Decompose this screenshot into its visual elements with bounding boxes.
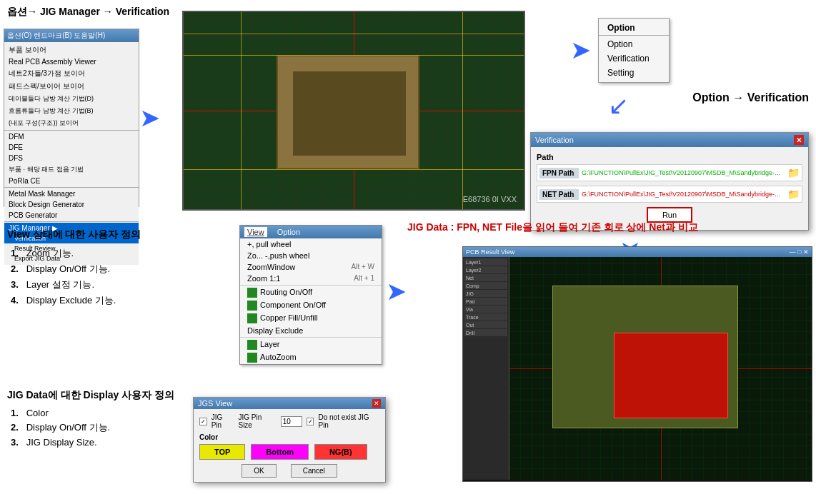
menu-item-inner[interactable]: (내포 구성(구조)) 보이어 <box>4 117 139 129</box>
display-exclude-label: Display Exclude <box>247 326 303 335</box>
layer-label: Layer <box>247 340 280 350</box>
do-not-exist-label: Do not exist JIG Pin <box>318 413 379 429</box>
view-menu-title-option[interactable]: Option <box>274 227 303 237</box>
menu-item-block-design[interactable]: Block Design Generator <box>4 199 139 210</box>
jgs-view-dialog: JGS View ✕ ✓ JIG Pin JIG Pin Size ✓ Do n… <box>193 397 386 483</box>
net-folder-icon[interactable]: 📁 <box>787 188 800 200</box>
trace-h2 <box>184 55 524 56</box>
menu-item-net2[interactable]: 네트2차들/3가점 보이어 <box>4 67 139 80</box>
menu-item-flow[interactable]: 흐름류들다 남방 계산 기법(B) <box>4 105 139 117</box>
pcb-result-image: PCB Result View — □ ✕ Layer1 Layer2 Net … <box>462 246 812 482</box>
sidebar-row-10: Drill <box>464 329 507 336</box>
zoom-in-label: +, pull wheel <box>247 240 291 248</box>
pcb-result-main-area <box>509 257 812 480</box>
page-title: 옵션→ JIG Manager → Verification <box>7 6 169 19</box>
pcb-menu-screenshot: 옵션(O) 렌드마크(B) 도움말(H) 부품 보이어 Real PCB Ass… <box>4 29 139 207</box>
menu-item-dfs[interactable]: DFS <box>4 153 139 163</box>
jgs-dialog-content: ✓ JIG Pin JIG Pin Size ✓ Do not exist JI… <box>194 409 385 482</box>
menu-item-padspec[interactable]: 패드스펙/보이어 보이어 <box>4 80 139 93</box>
pcb-menu-titlebar: 옵션(O) 렌드마크(B) 도움말(H) <box>4 29 139 42</box>
view-menu-item-routing[interactable]: Routing On/Off <box>240 286 382 299</box>
pcb-board-label: E68736 0I VXX <box>463 195 517 203</box>
option-menu-item-verification[interactable]: Verification <box>599 51 669 66</box>
menu-item-poria[interactable]: PoRIa CE <box>4 176 139 186</box>
menu-item-parts[interactable]: 부품 보이어 <box>4 44 139 56</box>
zoom-window-label: ZoomWindow <box>247 263 295 271</box>
view-menu-titlebar: View Option <box>240 226 382 238</box>
zoom-window-shortcut: Alt + W <box>351 263 374 271</box>
pcb-board-image: E68736 0I VXX <box>182 11 525 211</box>
menu-item-metal-mask[interactable]: Metal Mask Manager <box>4 188 139 199</box>
menu-item-table[interactable]: 데이블들다 남방 계산 기법(D) <box>4 93 139 105</box>
jgs-ng-button[interactable]: NG(B) <box>314 444 367 460</box>
pcb-result-sidebar: Layer1 Layer2 Net Comp JIG Pad Via Trace… <box>463 257 509 480</box>
fpn-path-label: FPN Path <box>539 168 579 178</box>
fpn-path-value[interactable]: G:\FUNCTION\PullEx\JIG_Test\V20120907\MS… <box>582 169 785 176</box>
view-list-item-4: 4. Display Exclude 기능. <box>7 294 193 307</box>
verification-dialog-close[interactable]: ✕ <box>794 135 804 145</box>
copper-label: Copper Fill/Unfill <box>247 313 318 323</box>
menu-item-parts-pad[interactable]: 부품 · 해당 패드 접음 기법 <box>4 163 139 176</box>
jgs-checkbox-row-1: ✓ JIG Pin JIG Pin Size ✓ Do not exist JI… <box>199 413 379 429</box>
jgs-ok-button[interactable]: OK <box>242 464 276 478</box>
trace-h3 <box>184 169 524 170</box>
sidebar-row-6: Pad <box>464 298 507 305</box>
arrow-view-to-result: ➤ <box>386 277 407 306</box>
view-menu-item-zoom-1to1[interactable]: Zoom 1:1 Alt + 1 <box>240 273 382 284</box>
pcb-result-controls: — □ ✕ <box>790 248 809 256</box>
jig-pin-size-input[interactable] <box>281 416 302 427</box>
verification-dialog: Verification ✕ Path FPN Path G:\FUNCTION… <box>530 132 809 231</box>
component-label: Component On/Off <box>247 301 326 311</box>
view-menu-item-autozoom[interactable]: AutoZoom <box>240 351 382 364</box>
menu-item-dfm[interactable]: DFM <box>4 131 139 142</box>
view-section-heading: View 상태에 대한 사용자 정의 <box>7 228 193 241</box>
view-menu-item-copper[interactable]: Copper Fill/Unfill <box>240 312 382 325</box>
net-path-value[interactable]: G:\FUNCTION\PullEx\JIG_Test\V20120907\MS… <box>582 191 785 198</box>
menu-item-dfe[interactable]: DFE <box>4 142 139 153</box>
view-menu-item-zoom-window[interactable]: ZoomWindow Alt + W <box>240 261 382 273</box>
sidebar-row-2: Layer2 <box>464 266 507 273</box>
view-menu-item-display-exclude[interactable]: Display Exclude <box>240 325 382 336</box>
trace-v1 <box>241 12 242 209</box>
menu-item-pcb-generator[interactable]: PCB Generator <box>4 210 139 221</box>
jig-data-label: JIG Data : FPN, NET File을 읽어 들여 기존 회로 상에… <box>407 221 698 234</box>
autozoom-label: AutoZoom <box>247 353 297 363</box>
pcb-result-red-zone <box>614 333 728 418</box>
view-menu-item-component[interactable]: Component On/Off <box>240 299 382 312</box>
pcb-result-titlebar: PCB Result View — □ ✕ <box>463 247 812 257</box>
sidebar-row-1: Layer1 <box>464 258 507 266</box>
jgs-cancel-button[interactable]: Cancel <box>291 464 337 478</box>
option-menu-item-setting[interactable]: Setting <box>599 66 669 80</box>
run-button[interactable]: Run <box>647 207 692 223</box>
jgs-color-section-label: Color <box>199 433 379 441</box>
zoom-1to1-shortcut: Alt + 1 <box>354 274 374 283</box>
jig-pin-checkbox[interactable]: ✓ <box>199 418 207 425</box>
view-list-item-3: 3. Layer 설정 기능. <box>7 278 193 291</box>
jgs-bottom-button[interactable]: Bottom <box>251 444 309 460</box>
pcb-result-chip <box>552 286 738 428</box>
trace-h1 <box>184 34 524 34</box>
sidebar-row-7: Via <box>464 306 507 313</box>
verification-dialog-titlebar: Verification ✕ <box>531 133 808 147</box>
view-menu-item-zoom-out[interactable]: Zo... -,push wheel <box>240 250 382 261</box>
jig-list-item-3: 3. JIG Display Size. <box>7 437 193 448</box>
do-not-exist-checkbox[interactable]: ✓ <box>307 418 314 425</box>
fpn-folder-icon[interactable]: 📁 <box>787 167 800 178</box>
menu-item-real-pcb[interactable]: Real PCB Assembly Viewer <box>4 56 139 67</box>
pcb-chip-main <box>277 55 419 169</box>
view-menu-item-layer[interactable]: Layer <box>240 338 382 351</box>
left-view-text-section: View 상태에 대한 사용자 정의 1. Zoom 기능. 2. Displa… <box>7 228 193 310</box>
option-verification-label: Option → Verification <box>692 91 809 104</box>
view-menu-title-view[interactable]: View <box>244 227 267 237</box>
arrow-menu-to-board: ➤ <box>139 104 160 132</box>
jgs-top-button[interactable]: TOP <box>199 444 245 460</box>
jgs-footer-buttons: OK Cancel <box>199 464 379 478</box>
jig-list-item-2: 2. Display On/Off 기능. <box>7 421 193 434</box>
net-path-field: NET Path G:\FUNCTION\PullEx\JIG_Test\V20… <box>537 186 802 203</box>
pcb-result-title-text: PCB Result View <box>466 248 514 256</box>
sidebar-row-9: Out <box>464 321 507 328</box>
verification-dialog-title: Verification <box>535 136 574 144</box>
view-menu-item-zoom-in[interactable]: +, pull wheel <box>240 238 382 250</box>
jgs-dialog-close[interactable]: ✕ <box>372 399 381 408</box>
option-menu-item-option[interactable]: Option <box>599 37 669 51</box>
